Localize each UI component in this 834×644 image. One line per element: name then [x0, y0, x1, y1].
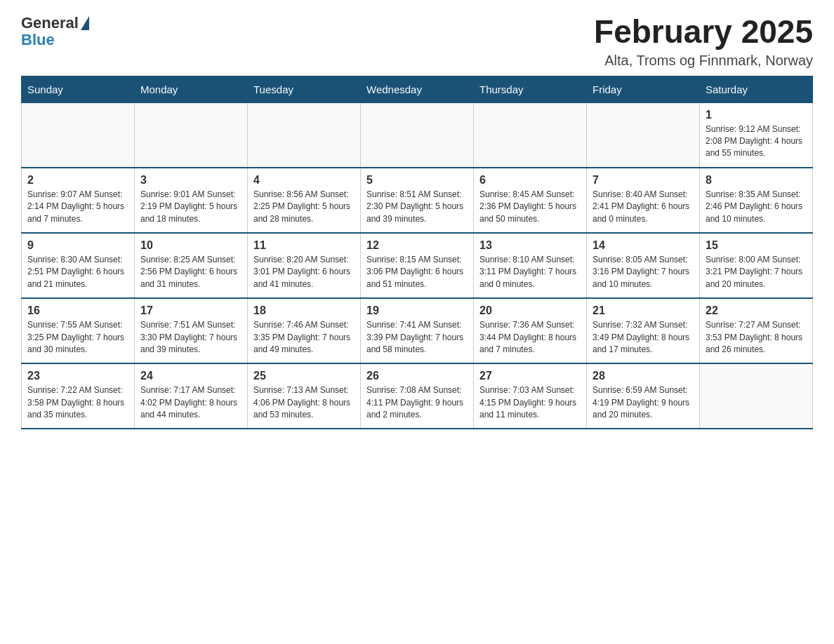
- day-number: 16: [27, 304, 128, 317]
- day-info: Sunrise: 8:56 AM Sunset: 2:25 PM Dayligh…: [253, 189, 355, 225]
- day-number: 1: [706, 109, 807, 121]
- calendar-day-cell: 8Sunrise: 8:35 AM Sunset: 2:46 PM Daylig…: [700, 168, 813, 233]
- day-number: 28: [593, 370, 694, 382]
- day-info: Sunrise: 7:36 AM Sunset: 3:44 PM Dayligh…: [479, 319, 581, 356]
- day-info: Sunrise: 7:03 AM Sunset: 4:15 PM Dayligh…: [479, 384, 581, 421]
- calendar-day-cell: 18Sunrise: 7:46 AM Sunset: 3:35 PM Dayli…: [248, 298, 361, 363]
- calendar-week-row: 2Sunrise: 9:07 AM Sunset: 2:14 PM Daylig…: [22, 168, 813, 233]
- day-number: 11: [253, 239, 355, 252]
- day-info: Sunrise: 7:55 AM Sunset: 3:25 PM Dayligh…: [27, 319, 128, 356]
- day-number: 6: [479, 174, 581, 187]
- calendar-week-row: 16Sunrise: 7:55 AM Sunset: 3:25 PM Dayli…: [22, 298, 813, 363]
- calendar-day-cell: 13Sunrise: 8:10 AM Sunset: 3:11 PM Dayli…: [474, 233, 587, 298]
- weekday-header-tuesday: Tuesday: [248, 76, 361, 102]
- calendar-day-cell: 5Sunrise: 8:51 AM Sunset: 2:30 PM Daylig…: [361, 168, 474, 233]
- weekday-header-row: SundayMondayTuesdayWednesdayThursdayFrid…: [22, 76, 813, 102]
- day-info: Sunrise: 7:17 AM Sunset: 4:02 PM Dayligh…: [140, 384, 241, 421]
- calendar-table: SundayMondayTuesdayWednesdayThursdayFrid…: [21, 76, 813, 430]
- day-number: 26: [366, 370, 468, 382]
- day-number: 27: [479, 370, 581, 382]
- day-info: Sunrise: 8:35 AM Sunset: 2:46 PM Dayligh…: [706, 189, 807, 225]
- calendar-day-cell: 27Sunrise: 7:03 AM Sunset: 4:15 PM Dayli…: [474, 363, 587, 429]
- weekday-header-wednesday: Wednesday: [361, 76, 474, 102]
- calendar-day-cell: 16Sunrise: 7:55 AM Sunset: 3:25 PM Dayli…: [22, 298, 135, 363]
- weekday-header-monday: Monday: [135, 76, 248, 102]
- day-number: 15: [706, 239, 807, 252]
- day-info: Sunrise: 8:40 AM Sunset: 2:41 PM Dayligh…: [593, 189, 694, 225]
- day-number: 13: [479, 239, 581, 252]
- day-number: 22: [706, 304, 807, 317]
- calendar-day-cell: 14Sunrise: 8:05 AM Sunset: 3:16 PM Dayli…: [587, 233, 700, 298]
- day-number: 2: [27, 174, 128, 187]
- calendar-day-cell: 21Sunrise: 7:32 AM Sunset: 3:49 PM Dayli…: [587, 298, 700, 363]
- logo-general-text: General: [21, 14, 79, 32]
- day-info: Sunrise: 7:41 AM Sunset: 3:39 PM Dayligh…: [366, 319, 468, 356]
- day-info: Sunrise: 7:32 AM Sunset: 3:49 PM Dayligh…: [593, 319, 694, 356]
- day-number: 21: [593, 304, 694, 317]
- weekday-header-sunday: Sunday: [22, 76, 135, 102]
- weekday-header-saturday: Saturday: [700, 76, 813, 102]
- calendar-day-cell: 9Sunrise: 8:30 AM Sunset: 2:51 PM Daylig…: [22, 233, 135, 298]
- calendar-day-cell: 2Sunrise: 9:07 AM Sunset: 2:14 PM Daylig…: [22, 168, 135, 233]
- day-number: 19: [366, 304, 468, 317]
- day-info: Sunrise: 8:05 AM Sunset: 3:16 PM Dayligh…: [593, 254, 694, 290]
- day-number: 14: [593, 239, 694, 252]
- day-info: Sunrise: 9:07 AM Sunset: 2:14 PM Dayligh…: [27, 189, 128, 225]
- calendar-day-cell: 11Sunrise: 8:20 AM Sunset: 3:01 PM Dayli…: [248, 233, 361, 298]
- day-info: Sunrise: 8:20 AM Sunset: 3:01 PM Dayligh…: [253, 254, 355, 290]
- calendar-day-cell: [700, 363, 813, 429]
- day-number: 7: [593, 174, 694, 187]
- calendar-subtitle: Alta, Troms og Finnmark, Norway: [594, 53, 813, 69]
- day-number: 20: [479, 304, 581, 317]
- calendar-day-cell: 24Sunrise: 7:17 AM Sunset: 4:02 PM Dayli…: [135, 363, 248, 429]
- day-info: Sunrise: 7:51 AM Sunset: 3:30 PM Dayligh…: [140, 319, 241, 356]
- calendar-day-cell: 10Sunrise: 8:25 AM Sunset: 2:56 PM Dayli…: [135, 233, 248, 298]
- day-info: Sunrise: 7:22 AM Sunset: 3:58 PM Dayligh…: [27, 384, 128, 421]
- logo: General Blue: [21, 14, 89, 49]
- day-number: 17: [140, 304, 241, 317]
- day-info: Sunrise: 8:25 AM Sunset: 2:56 PM Dayligh…: [140, 254, 241, 290]
- day-number: 9: [27, 239, 128, 252]
- day-info: Sunrise: 8:45 AM Sunset: 2:36 PM Dayligh…: [479, 189, 581, 225]
- day-number: 12: [366, 239, 468, 252]
- day-number: 5: [366, 174, 468, 187]
- day-info: Sunrise: 7:13 AM Sunset: 4:06 PM Dayligh…: [253, 384, 355, 421]
- day-info: Sunrise: 8:10 AM Sunset: 3:11 PM Dayligh…: [479, 254, 581, 290]
- day-info: Sunrise: 6:59 AM Sunset: 4:19 PM Dayligh…: [593, 384, 694, 421]
- logo-blue-text: Blue: [21, 31, 55, 49]
- day-info: Sunrise: 9:12 AM Sunset: 2:08 PM Dayligh…: [706, 123, 807, 160]
- day-info: Sunrise: 7:46 AM Sunset: 3:35 PM Dayligh…: [253, 319, 355, 356]
- calendar-day-cell: 15Sunrise: 8:00 AM Sunset: 3:21 PM Dayli…: [700, 233, 813, 298]
- calendar-day-cell: [135, 102, 248, 168]
- weekday-header-thursday: Thursday: [474, 76, 587, 102]
- calendar-day-cell: 3Sunrise: 9:01 AM Sunset: 2:19 PM Daylig…: [135, 168, 248, 233]
- day-info: Sunrise: 9:01 AM Sunset: 2:19 PM Dayligh…: [140, 189, 241, 225]
- day-number: 24: [140, 370, 241, 382]
- calendar-day-cell: 12Sunrise: 8:15 AM Sunset: 3:06 PM Dayli…: [361, 233, 474, 298]
- day-info: Sunrise: 8:00 AM Sunset: 3:21 PM Dayligh…: [706, 254, 807, 290]
- calendar-week-row: 1Sunrise: 9:12 AM Sunset: 2:08 PM Daylig…: [22, 102, 813, 168]
- page-header: General Blue February 2025 Alta, Troms o…: [21, 14, 813, 69]
- calendar-day-cell: 28Sunrise: 6:59 AM Sunset: 4:19 PM Dayli…: [587, 363, 700, 429]
- day-number: 8: [706, 174, 807, 187]
- calendar-day-cell: [474, 102, 587, 168]
- calendar-day-cell: 6Sunrise: 8:45 AM Sunset: 2:36 PM Daylig…: [474, 168, 587, 233]
- weekday-header-friday: Friday: [587, 76, 700, 102]
- calendar-day-cell: 1Sunrise: 9:12 AM Sunset: 2:08 PM Daylig…: [700, 102, 813, 168]
- day-number: 18: [253, 304, 355, 317]
- day-number: 4: [253, 174, 355, 187]
- day-info: Sunrise: 7:08 AM Sunset: 4:11 PM Dayligh…: [366, 384, 468, 421]
- day-number: 25: [253, 370, 355, 382]
- calendar-day-cell: [22, 102, 135, 168]
- calendar-day-cell: 23Sunrise: 7:22 AM Sunset: 3:58 PM Dayli…: [22, 363, 135, 429]
- calendar-day-cell: [248, 102, 361, 168]
- title-area: February 2025 Alta, Troms og Finnmark, N…: [594, 14, 813, 69]
- day-number: 23: [27, 370, 128, 382]
- calendar-day-cell: 26Sunrise: 7:08 AM Sunset: 4:11 PM Dayli…: [361, 363, 474, 429]
- day-number: 10: [140, 239, 241, 252]
- day-info: Sunrise: 7:27 AM Sunset: 3:53 PM Dayligh…: [706, 319, 807, 356]
- calendar-week-row: 23Sunrise: 7:22 AM Sunset: 3:58 PM Dayli…: [22, 363, 813, 429]
- calendar-day-cell: [587, 102, 700, 168]
- calendar-day-cell: 19Sunrise: 7:41 AM Sunset: 3:39 PM Dayli…: [361, 298, 474, 363]
- day-number: 3: [140, 174, 241, 187]
